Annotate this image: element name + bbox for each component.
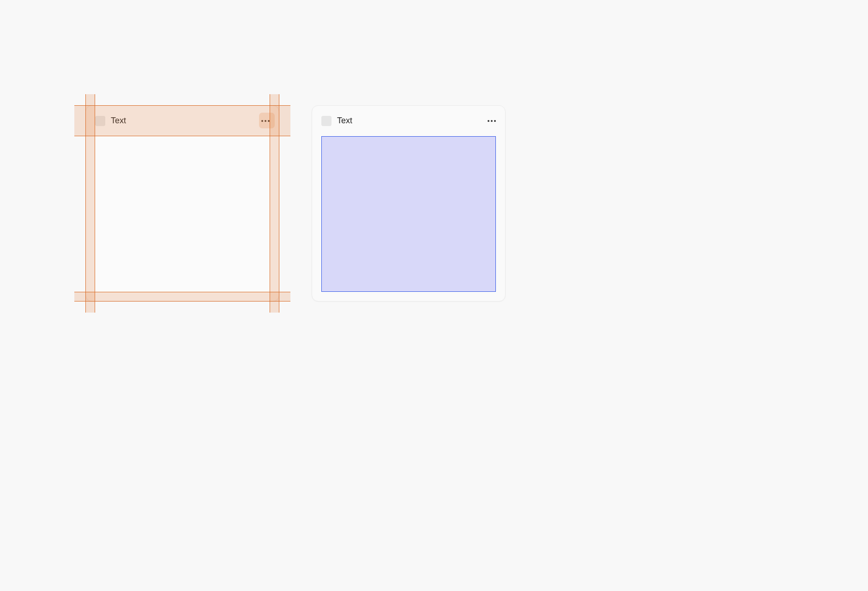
padding-tint-header xyxy=(74,105,290,136)
preview-card-header: Text xyxy=(312,106,505,136)
guide-h-body-bottom xyxy=(74,292,290,292)
guide-v-right-edge xyxy=(279,94,279,313)
spec-card-body xyxy=(86,136,279,301)
guide-h-top-edge xyxy=(74,105,290,106)
guide-h-bottom-edge xyxy=(74,301,290,302)
guide-h-head-bottom xyxy=(74,136,290,136)
preview-card-title: Text xyxy=(337,116,352,126)
spec-card-wrapper: Text xyxy=(85,105,279,302)
preview-card: Text xyxy=(312,105,506,302)
padding-tint-bottom xyxy=(74,292,290,302)
guide-v-right-pad xyxy=(270,94,270,313)
spec-card-body-area[interactable] xyxy=(95,136,270,292)
preview-card-body xyxy=(312,136,505,301)
card-icon-placeholder xyxy=(321,116,332,126)
more-horizontal-icon[interactable] xyxy=(488,120,496,122)
guide-v-left-edge xyxy=(85,94,86,313)
preview-card-body-area-selected[interactable] xyxy=(321,136,496,292)
guide-v-left-pad xyxy=(95,94,95,313)
